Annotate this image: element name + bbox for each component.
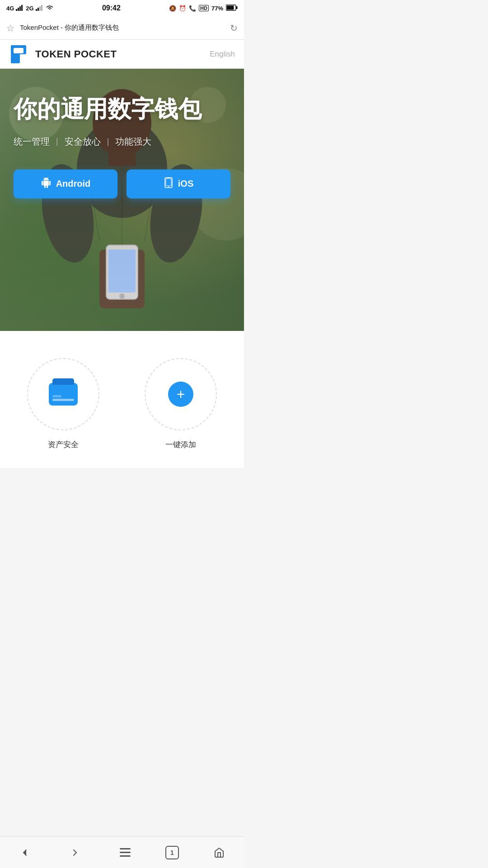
- battery-icon: [226, 5, 238, 12]
- plus-icon: +: [168, 382, 193, 407]
- navbar: TOKEN POCKET English: [0, 40, 244, 69]
- svg-rect-2: [19, 6, 21, 11]
- svg-rect-15: [11, 54, 20, 63]
- status-bar: 4G 2G 09:42 �: [0, 0, 244, 16]
- wallet-icon: [49, 383, 78, 406]
- svg-rect-32: [166, 179, 171, 186]
- network-4g: 4G: [6, 5, 14, 12]
- signal-bars-2: [36, 5, 44, 12]
- ios-label: iOS: [178, 179, 193, 189]
- feature-text-2: 安全放心: [65, 136, 101, 148]
- svg-rect-9: [236, 6, 238, 9]
- ios-icon: [164, 177, 174, 191]
- feature-card-2: + 一键添加: [127, 349, 235, 459]
- language-button[interactable]: English: [210, 50, 235, 59]
- feature-circle-2: +: [145, 358, 217, 430]
- divider-2: |: [107, 137, 109, 146]
- logo[interactable]: TOKEN POCKET: [9, 43, 117, 65]
- svg-rect-4: [36, 9, 37, 11]
- feature-text-1: 统一管理: [14, 136, 50, 148]
- svg-rect-7: [41, 5, 42, 11]
- feature-label-2: 一键添加: [165, 439, 196, 450]
- svg-rect-14: [14, 48, 23, 53]
- status-network: 4G 2G: [6, 5, 54, 12]
- android-label: Android: [56, 179, 91, 189]
- address-bar[interactable]: ☆ TokenPocket - 你的通用数字钱包 ↻: [0, 16, 244, 40]
- feature-circle-1: [27, 358, 99, 430]
- hero-title: 你的通用数字钱包: [14, 96, 230, 123]
- logo-icon: [9, 43, 31, 65]
- svg-rect-5: [38, 8, 39, 11]
- ios-button[interactable]: iOS: [127, 170, 230, 198]
- svg-rect-34: [167, 177, 170, 178]
- wifi-icon: [46, 5, 54, 12]
- status-time: 09:42: [102, 4, 121, 12]
- call-icon: 📞: [189, 5, 196, 12]
- android-icon: [41, 177, 52, 191]
- svg-rect-10: [227, 5, 234, 9]
- status-icons: 🔕 ⏰ 📞 HD 77%: [169, 5, 238, 12]
- svg-rect-0: [16, 9, 17, 11]
- svg-point-33: [168, 186, 169, 187]
- signal-bars-1: [16, 5, 24, 12]
- hero-section: 你的通用数字钱包 统一管理 | 安全放心 | 功能强大 Android: [0, 69, 244, 331]
- feature-card-1: 资产安全: [9, 349, 117, 459]
- logo-text: TOKEN POCKET: [35, 48, 117, 60]
- feature-label-1: 资产安全: [48, 439, 79, 450]
- svg-rect-6: [39, 6, 41, 11]
- bell-icon: 🔕: [169, 5, 176, 12]
- alarm-icon: ⏰: [179, 5, 186, 12]
- hero-content: 你的通用数字钱包 统一管理 | 安全放心 | 功能强大 Android: [0, 69, 244, 217]
- divider-1: |: [56, 137, 58, 146]
- features-grid: 资产安全 + 一键添加: [9, 349, 235, 459]
- svg-rect-3: [21, 5, 23, 11]
- battery-text: 77%: [211, 5, 223, 12]
- feature-text-3: 功能强大: [115, 136, 151, 148]
- network-2g: 2G: [26, 5, 33, 12]
- url-text: TokenPocket - 你的通用数字钱包: [20, 24, 225, 32]
- reload-icon[interactable]: ↻: [230, 23, 238, 33]
- svg-rect-1: [18, 8, 19, 11]
- android-button[interactable]: Android: [14, 170, 117, 198]
- bookmark-icon[interactable]: ☆: [6, 23, 14, 33]
- hero-subtitle: 统一管理 | 安全放心 | 功能强大: [14, 136, 230, 148]
- features-section: 资产安全 + 一键添加: [0, 331, 244, 468]
- download-buttons: Android iOS: [14, 170, 230, 198]
- hd-badge: HD: [199, 5, 209, 11]
